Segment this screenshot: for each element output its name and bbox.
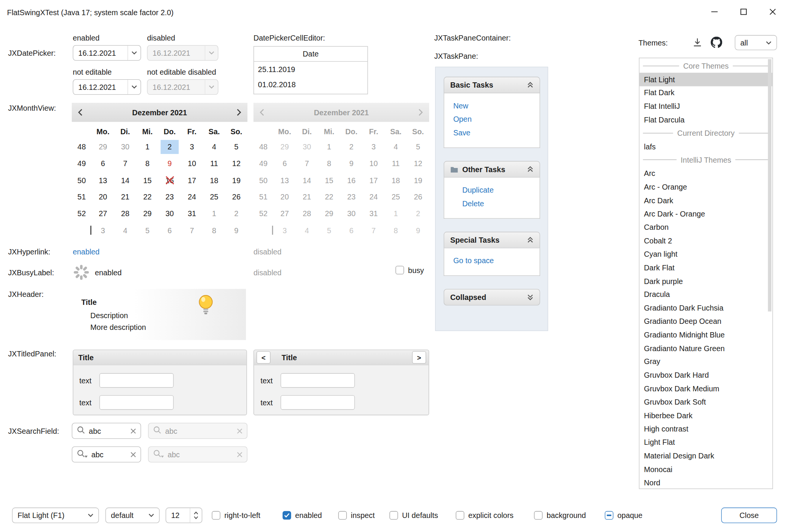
theme-item-carbon[interactable]: Carbon (639, 220, 773, 234)
taskpane-header[interactable]: Collapsed (444, 289, 540, 306)
day-cell[interactable]: 18 (203, 172, 225, 188)
day-cell[interactable]: 22 (136, 188, 159, 205)
taskpane-header[interactable]: Basic Tasks (444, 77, 540, 93)
font-size-value[interactable]: 12 (166, 508, 190, 523)
day-cell[interactable]: 6 (159, 222, 181, 239)
day-cell[interactable]: 8 (203, 222, 225, 239)
theme-item-gradianto-midnight-blue[interactable]: Gradianto Midnight Blue (639, 328, 773, 341)
checkbox-box[interactable] (456, 511, 464, 519)
day-cell[interactable]: 19 (225, 172, 248, 188)
day-cell[interactable]: 13 (92, 172, 114, 188)
scrollbar-thumb[interactable] (768, 59, 771, 311)
day-cell[interactable]: 3 (181, 138, 203, 155)
day-cell[interactable]: 30 (114, 138, 137, 155)
day-cell[interactable]: 25 (203, 188, 225, 205)
day-cell[interactable]: 8 (136, 155, 159, 172)
titled-panel-text-input[interactable] (99, 395, 174, 410)
theme-item-lafs[interactable]: lafs (639, 140, 773, 153)
day-cell[interactable]: 6 (92, 155, 114, 172)
checkbox-box[interactable] (212, 511, 220, 519)
theme-item-flat-darcula[interactable]: Flat Darcula (639, 113, 773, 126)
theme-item-gradianto-nature-green[interactable]: Gradianto Nature Green (639, 341, 773, 355)
titled-panel-next-button[interactable]: > (412, 351, 426, 364)
checkbox-ui-defaults[interactable]: UI defaults (389, 508, 438, 523)
day-cell[interactable]: 10 (181, 155, 203, 172)
day-cell[interactable]: 7 (114, 155, 137, 172)
checkbox-opaque[interactable]: opaque (605, 508, 642, 523)
taskpane-action-save[interactable]: Save (453, 126, 540, 140)
theme-item-cobalt-2[interactable]: Cobalt 2 (639, 234, 773, 247)
download-themes-button[interactable] (692, 37, 703, 49)
hyperlink-enabled[interactable]: enabled (73, 247, 100, 256)
search-field-enabled[interactable] (72, 423, 141, 439)
search-field-with-menu-enabled[interactable] (72, 446, 141, 462)
theme-item-gradianto-deep-ocean[interactable]: Gradianto Deep Ocean (639, 315, 773, 328)
day-cell[interactable]: 24 (181, 188, 203, 205)
theme-item-flat-dark[interactable]: Flat Dark (639, 86, 773, 99)
theme-item-arc-dark-orange[interactable]: Arc Dark - Orange (639, 207, 773, 220)
spinner-up-icon[interactable] (194, 512, 198, 515)
day-cell[interactable]: 1 (136, 138, 159, 155)
checkbox-enabled[interactable]: enabled (283, 508, 322, 523)
day-cell[interactable]: 29 (92, 138, 114, 155)
theme-item-hiberbee-dark[interactable]: Hiberbee Dark (639, 409, 773, 422)
day-cell[interactable]: 9 (159, 155, 181, 172)
font-combo[interactable]: default (105, 508, 160, 523)
taskpane-action-go-to-space[interactable]: Go to space (453, 254, 540, 267)
taskpane-action-delete[interactable]: Delete (462, 196, 540, 210)
theme-item-arc-dark[interactable]: Arc Dark (639, 194, 773, 207)
checkbox-explicit-colors[interactable]: explicit colors (456, 508, 513, 523)
datepicker-dropdown-button[interactable] (127, 46, 140, 60)
next-month-button[interactable] (236, 108, 241, 116)
day-cell[interactable]: 28 (114, 205, 137, 222)
theme-item-high-contrast[interactable]: High contrast (639, 422, 773, 435)
checkbox-box[interactable] (389, 511, 398, 519)
checkbox-background[interactable]: background (534, 508, 586, 523)
taskpane-header[interactable]: Special Tasks (444, 232, 540, 248)
theme-item-gruvbox-dark-medium[interactable]: Gruvbox Dark Medium (639, 382, 773, 395)
day-cell[interactable]: 23 (159, 188, 181, 205)
close-button[interactable]: Close (721, 508, 777, 523)
day-cell[interactable]: 29 (136, 205, 159, 222)
day-cell[interactable]: 2 (225, 205, 248, 222)
busy-checkbox[interactable]: busy (395, 266, 424, 274)
titled-panel-text-input[interactable] (99, 373, 174, 388)
theme-item-gray[interactable]: Gray (639, 355, 773, 368)
maximize-button[interactable] (729, 0, 758, 24)
theme-item-dracula[interactable]: Dracula (639, 288, 773, 301)
day-cell[interactable]: 4 (203, 138, 225, 155)
datepicker-enabled[interactable]: 16.12.2021 (73, 45, 141, 61)
spinner-down-icon[interactable] (194, 516, 198, 519)
checkbox-right-to-left[interactable]: right-to-left (212, 508, 260, 523)
day-cell[interactable]: 15 (136, 172, 159, 188)
search-input[interactable] (91, 450, 127, 458)
day-cell[interactable]: 9 (225, 222, 248, 239)
font-size-spinner[interactable]: 12 (165, 508, 202, 523)
theme-item-cyan-light[interactable]: Cyan light (639, 247, 773, 261)
monthview-enabled[interactable]: Dezember 2021Mo.Di.Mi.Do.Fr.Sa.So.482930… (72, 103, 247, 241)
theme-item-arc-orange[interactable]: Arc - Orange (639, 180, 773, 193)
day-cell[interactable]: 7 (181, 222, 203, 239)
theme-item-gradianto-dark-fuchsia[interactable]: Gradianto Dark Fuchsia (639, 301, 773, 314)
day-cell[interactable]: 16 (159, 172, 181, 188)
themes-list[interactable]: Core ThemesFlat LightFlat DarkFlat Intel… (639, 58, 773, 489)
taskpane-header[interactable]: Other Tasks (444, 161, 540, 178)
day-cell[interactable]: 31 (181, 205, 203, 222)
day-cell[interactable]: 5 (136, 222, 159, 239)
theme-item-light-flat[interactable]: Light Flat (639, 436, 773, 449)
titled-panel-text-input[interactable] (280, 373, 355, 388)
titled-panel-text-input[interactable] (280, 395, 355, 410)
day-cell[interactable]: 1 (203, 205, 225, 222)
day-cell[interactable]: 27 (92, 205, 114, 222)
checkbox-box[interactable] (534, 511, 542, 519)
day-cell[interactable]: 30 (159, 205, 181, 222)
theme-item-gruvbox-dark-hard[interactable]: Gruvbox Dark Hard (639, 368, 773, 381)
checkbox-inspect[interactable]: inspect (338, 508, 375, 523)
close-window-button[interactable] (758, 0, 787, 24)
taskpane-action-open[interactable]: Open (453, 112, 540, 126)
theme-item-nord[interactable]: Nord (639, 476, 773, 489)
checkbox-box[interactable] (283, 511, 291, 519)
titled-panel-prev-button[interactable]: < (257, 351, 271, 364)
theme-item-arc[interactable]: Arc (639, 167, 773, 180)
theme-combo[interactable]: Flat Light (F1) (12, 508, 99, 523)
